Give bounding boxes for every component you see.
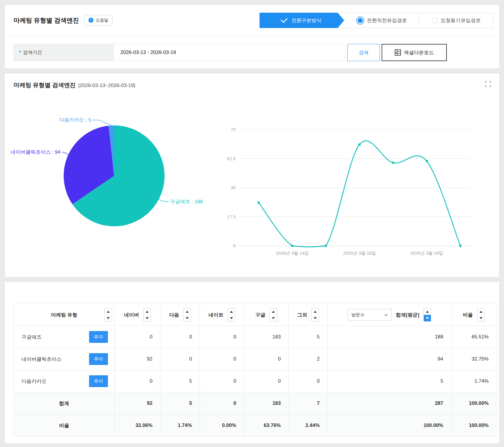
svg-text:x: x (395, 51, 397, 54)
sort-desc-arrow[interactable] (184, 315, 191, 321)
trend-button[interactable]: 추이 (89, 353, 108, 365)
sort-asc-arrow[interactable] (424, 308, 431, 315)
fullscreen-icon[interactable] (485, 81, 491, 87)
column-header-label: 비율 (463, 312, 473, 318)
sort-asc-arrow[interactable] (184, 308, 191, 315)
value-cell: 188 (328, 326, 451, 348)
value-cell: 0 (115, 326, 160, 348)
y-axis-tick-label: 52.5 (227, 156, 236, 161)
sort-desc-arrow[interactable] (144, 315, 151, 321)
column-header-4: 네이트 (200, 304, 244, 326)
data-point-marker (392, 161, 394, 164)
tab-group: 전환직전유입경로 요청동기유입경로 (338, 13, 494, 28)
value-cell: 0 (200, 326, 244, 348)
sort-control[interactable] (423, 308, 431, 322)
table-body: 구글애즈추이000183518865.51%네이버클릭초이스추이92000294… (14, 326, 497, 437)
tab-request-motive-path[interactable]: 요청동기유입경로 (419, 13, 493, 28)
marketing-type-label: 다음카카오 (22, 379, 47, 384)
pie-label-line (159, 199, 169, 202)
sort-control[interactable] (477, 308, 485, 322)
table-panel: 마케팅 유형네이버다음네이트구글그외방문수합계[평균]비율 구글애즈추이0001… (4, 281, 500, 444)
summary-value-cell: 287 (328, 392, 451, 415)
sort-asc-arrow[interactable] (105, 308, 112, 315)
summary-value-cell: 100.00% (451, 392, 497, 415)
value-cell: 65.51% (451, 326, 497, 348)
summary-row: 합계92501837287100.00% (14, 392, 497, 415)
sort-control[interactable] (143, 308, 151, 322)
sort-desc-arrow[interactable] (228, 315, 235, 321)
sort-asc-arrow[interactable] (270, 308, 277, 315)
check-icon (281, 16, 288, 23)
tab-pre-conversion-path[interactable]: 전환직전유입경로 (344, 13, 419, 28)
summary-value-cell: 100.00% (451, 415, 497, 437)
value-cell: 1.74% (451, 370, 497, 392)
column-header-label: 그외 (297, 312, 307, 318)
data-point-marker (291, 245, 293, 247)
column-header-label: 네이버 (124, 312, 139, 318)
search-period-label: * 검색기간 (14, 44, 114, 61)
search-button[interactable]: 검색 (347, 44, 380, 61)
value-cell: 183 (244, 326, 289, 348)
column-header-label: 마케팅 유형 (51, 312, 78, 318)
mode-tabs: 전환구분방식 전환직전유입경로 요청동기유입경로 (260, 13, 494, 28)
pie-label: 네이버클릭초이스 : 94 (11, 149, 60, 155)
data-point-marker (426, 160, 428, 162)
value-cell: 0 (160, 348, 200, 370)
column-header-label: 구글 (255, 312, 265, 318)
sort-desc-arrow[interactable] (312, 315, 319, 321)
trend-button[interactable]: 추이 (89, 331, 108, 343)
data-point-marker (325, 245, 327, 247)
sort-desc-arrow[interactable] (477, 315, 485, 321)
trend-button[interactable]: 추이 (89, 375, 108, 387)
summary-row: 비율32.06%1.74%0.00%63.76%2.44%100.00%100.… (14, 415, 497, 437)
x-axis-tick-label: 2026년 3월 16일 (343, 250, 376, 256)
summary-value-cell: 183 (244, 392, 289, 415)
sort-desc-arrow[interactable] (105, 315, 112, 321)
chart-panel: 마케팅 유형별 검색엔진[2026-03-13~2026-03-19] 구글애즈… (4, 73, 500, 277)
sort-control[interactable] (183, 308, 191, 322)
help-icon: ! (88, 18, 93, 23)
summary-table: 마케팅 유형네이버다음네이트구글그외방문수합계[평균]비율 구글애즈추이0001… (14, 304, 497, 437)
search-row: * 검색기간 2026-03-13 - 2026-03-19 검색 x 엑셀다운… (5, 36, 499, 69)
help-button[interactable]: ! 도움말 (84, 15, 112, 26)
sort-desc-arrow[interactable] (424, 315, 431, 321)
charts-svg: 구글애즈 : 188네이버클릭초이스 : 94다음카카오 : 5 017.535… (5, 73, 499, 277)
sort-asc-arrow[interactable] (477, 308, 485, 315)
date-range-input[interactable]: 2026-03-13 - 2026-03-19 (114, 44, 345, 61)
visits-metric-select-value: 방문수 (351, 312, 365, 318)
column-header-1: 마케팅 유형 (14, 304, 115, 326)
table-head: 마케팅 유형네이버다음네이트구글그외방문수합계[평균]비율 (14, 304, 497, 326)
value-cell: 2 (289, 348, 328, 370)
data-point-marker (459, 245, 462, 247)
tab-label: 요청동기유입경로 (441, 17, 481, 24)
x-axis-tick-label: 2026년 3월 14일 (276, 250, 309, 256)
pie-label-line (92, 120, 111, 125)
excel-download-button[interactable]: x 엑셀다운로드 (382, 44, 447, 61)
sort-asc-arrow[interactable] (144, 308, 151, 315)
sort-control[interactable] (104, 308, 112, 322)
excel-icon: x (395, 49, 401, 56)
sort-asc-arrow[interactable] (312, 308, 319, 315)
tab-conversion-method[interactable]: 전환구분방식 (260, 13, 344, 28)
column-header-3: 다음 (160, 304, 200, 326)
pie-label: 구글애즈 : 188 (170, 199, 203, 204)
sort-control[interactable] (228, 308, 235, 322)
summary-value-cell: 7 (289, 392, 328, 415)
radio-unselected-icon (432, 18, 437, 23)
column-header-7: 방문수합계[평균] (328, 304, 451, 326)
marketing-type-cell: 네이버클릭초이스추이 (14, 348, 115, 370)
column-header-label: 다음 (169, 312, 179, 318)
search-period-form: * 검색기간 2026-03-13 - 2026-03-19 (14, 44, 345, 61)
excel-button-label: 엑셀다운로드 (404, 49, 434, 56)
sort-asc-arrow[interactable] (228, 308, 235, 315)
value-cell: 0 (160, 326, 200, 348)
value-cell: 0 (244, 348, 289, 370)
chart-panel-title: 마케팅 유형별 검색엔진[2026-03-13~2026-03-19] (14, 81, 135, 89)
sort-control[interactable] (311, 308, 319, 322)
visits-metric-select[interactable]: 방문수 (347, 309, 392, 321)
sort-desc-arrow[interactable] (270, 315, 277, 321)
summary-value-cell: 1.74% (160, 415, 200, 437)
tab-label: 전환직전유입경로 (367, 17, 407, 24)
value-cell: 0 (115, 370, 160, 392)
sort-control[interactable] (270, 308, 277, 322)
